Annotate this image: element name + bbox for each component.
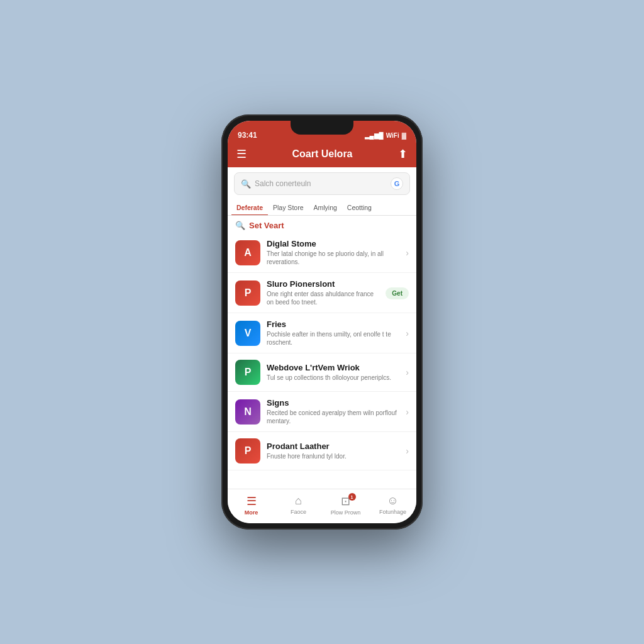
chevron-icon: › bbox=[406, 328, 409, 338]
app-desc: One right enter dass ahuldance france on… bbox=[267, 290, 380, 306]
more-icon: ☰ bbox=[247, 494, 257, 508]
search-input[interactable]: Salch conerteuln bbox=[255, 179, 387, 188]
nav-label-fotunhage: Fotunhage bbox=[379, 509, 406, 515]
chevron-icon: › bbox=[406, 407, 409, 417]
list-item[interactable]: P Prodant Laather Fnuste hore franlund t… bbox=[228, 432, 416, 470]
app-desc: Tul se up collections th olloloyour pene… bbox=[267, 374, 401, 382]
tab-playstore[interactable]: Play Store bbox=[268, 200, 308, 215]
app-info-webdove: Webdove L'rtVem Wriok Tul se up collecti… bbox=[267, 363, 401, 382]
app-info-fries: Fries Pochisle eafter in thens umilty, o… bbox=[267, 319, 401, 347]
app-action: › bbox=[406, 328, 409, 339]
app-icon-signs: N bbox=[235, 399, 260, 425]
app-name: Webdove L'rtVem Wriok bbox=[267, 363, 401, 372]
app-name: Prodant Laather bbox=[267, 441, 401, 451]
nav-label-plow: Plow Prown bbox=[331, 509, 361, 516]
app-info-sluro: Sluro Pionerslont One right enter dass a… bbox=[267, 279, 380, 306]
status-icons: ▂▄▆█ WiFi ▓ bbox=[365, 132, 406, 139]
app-action[interactable]: Get bbox=[386, 287, 409, 299]
tabs-bar: Deferate Play Store Amlying Ceotting bbox=[228, 200, 416, 216]
app-name: Signs bbox=[267, 398, 401, 408]
app-info-digital-store: Diglal Stome Ther latal chonige ho se pl… bbox=[267, 239, 401, 266]
chevron-icon: › bbox=[406, 446, 409, 456]
app-icon-fries: V bbox=[235, 321, 260, 346]
app-desc: Fnuste hore franlund tyl ldor. bbox=[267, 452, 401, 460]
tab-amlying[interactable]: Amlying bbox=[308, 200, 341, 215]
app-info-prodant: Prodant Laather Fnuste hore franlund tyl… bbox=[267, 441, 401, 460]
section-header: 🔍 Set Veart bbox=[228, 216, 416, 233]
nav-badge: 1 bbox=[348, 493, 356, 501]
wifi-icon: WiFi bbox=[386, 132, 399, 139]
list-item[interactable]: V Fries Pochisle eafter in thens umilty,… bbox=[228, 313, 416, 353]
header-title: Coart Uelora bbox=[292, 148, 352, 160]
app-desc: Ther latal chonige ho se pluorio daly, i… bbox=[267, 250, 401, 266]
app-name: Sluro Pionerslont bbox=[267, 279, 380, 289]
home-icon: ⌂ bbox=[295, 494, 302, 508]
list-item[interactable]: P Webdove L'rtVem Wriok Tul se up collec… bbox=[228, 353, 416, 392]
section-search-icon: 🔍 bbox=[235, 221, 245, 230]
menu-icon[interactable]: ☰ bbox=[236, 147, 247, 161]
signal-icon: ▂▄▆█ bbox=[365, 132, 384, 139]
app-header: ☰ Coart Uelora ⬆ bbox=[228, 142, 416, 167]
section-label: Set Veart bbox=[249, 221, 284, 230]
app-desc: Recited be coniced ayeralpy them wiln po… bbox=[267, 409, 401, 425]
tab-ceotting[interactable]: Ceotting bbox=[342, 200, 377, 215]
phone-shell: 93:41 ▂▄▆█ WiFi ▓ ☰ Coart Uelora ⬆ 🔍 Sal… bbox=[221, 114, 423, 530]
google-icon[interactable]: G bbox=[391, 177, 403, 190]
person-icon: ☺ bbox=[387, 494, 398, 508]
get-button[interactable]: Get bbox=[386, 287, 409, 299]
nav-item-more[interactable]: ☰ More bbox=[228, 493, 275, 517]
search-bar[interactable]: 🔍 Salch conerteuln G bbox=[234, 172, 410, 195]
app-list: A Diglal Stome Ther latal chonige ho se … bbox=[228, 233, 416, 489]
app-action: › bbox=[406, 247, 409, 258]
share-icon[interactable]: ⬆ bbox=[398, 147, 408, 161]
app-action: › bbox=[406, 367, 409, 378]
app-action: › bbox=[406, 406, 409, 418]
nav-label-more: More bbox=[245, 509, 258, 516]
app-desc: Pochisle eafter in thens umilty, onl eno… bbox=[267, 330, 401, 347]
nav-item-faoce[interactable]: ⌂ Faoce bbox=[275, 493, 322, 517]
nav-label-faoce: Faoce bbox=[291, 509, 306, 515]
app-info-signs: Signs Recited be coniced ayeralpy them w… bbox=[267, 398, 401, 425]
notch bbox=[291, 121, 353, 135]
list-item[interactable]: N Signs Recited be coniced ayeralpy them… bbox=[228, 392, 416, 432]
app-icon-webdove: P bbox=[235, 360, 260, 385]
app-icon-prodant: P bbox=[235, 438, 260, 464]
chevron-icon: › bbox=[406, 248, 409, 258]
app-icon-digital-store: A bbox=[235, 240, 260, 265]
nav-item-fotunhage[interactable]: ☺ Fotunhage bbox=[369, 493, 416, 517]
tab-deferate[interactable]: Deferate bbox=[231, 200, 268, 215]
bottom-nav: ☰ More ⌂ Faoce ⊡ 1 Plow Prown ☺ Fotunhag… bbox=[228, 489, 416, 523]
nav-item-plow-prown[interactable]: ⊡ 1 Plow Prown bbox=[322, 493, 369, 517]
list-item[interactable]: P Sluro Pionerslont One right enter dass… bbox=[228, 273, 416, 313]
search-icon: 🔍 bbox=[241, 179, 251, 189]
app-action: › bbox=[406, 445, 409, 457]
list-item[interactable]: A Diglal Stome Ther latal chonige ho se … bbox=[228, 233, 416, 273]
chevron-icon: › bbox=[406, 367, 409, 377]
app-name: Diglal Stome bbox=[267, 239, 401, 248]
battery-icon: ▓ bbox=[402, 132, 406, 139]
app-name: Fries bbox=[267, 319, 401, 329]
phone-screen: 93:41 ▂▄▆█ WiFi ▓ ☰ Coart Uelora ⬆ 🔍 Sal… bbox=[228, 121, 416, 523]
status-time: 93:41 bbox=[238, 131, 257, 140]
app-icon-sluro: P bbox=[235, 280, 260, 306]
